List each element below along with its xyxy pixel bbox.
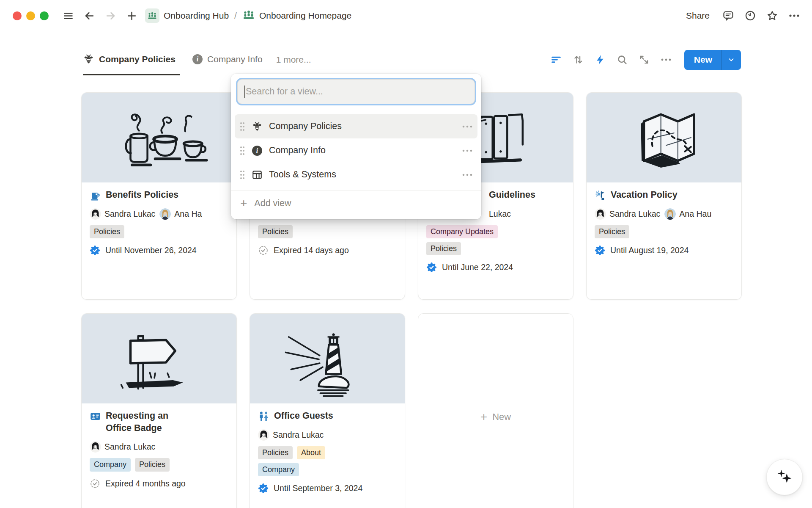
tag-company: Company [90,458,131,471]
treasure-map-illustration [598,97,730,178]
expand-arrows-icon [638,54,650,66]
view-option-company-policies[interactable]: Company Policies [235,114,477,138]
person-name: Ana Ha [174,209,202,219]
card-cover [82,314,236,403]
add-view-label: Add view [254,198,291,209]
card-cover [82,93,236,182]
ellipsis-icon [462,124,473,129]
card-benefits-policies[interactable]: Benefits Policies Sandra Lukac Ana Ha Po… [81,92,237,300]
info-icon: i [252,145,263,156]
drag-handle[interactable] [239,169,245,180]
favorite-button[interactable] [764,7,781,24]
drag-handle[interactable] [239,121,245,132]
breadcrumb-hub-label: Onboarding Hub [164,11,229,21]
verified-date-icon [90,245,100,256]
homepage-page-icon [242,8,255,23]
automations-button[interactable] [591,51,609,69]
new-button-dropdown[interactable] [721,50,741,70]
verified-date-icon [258,483,269,494]
tab-label: Company Policies [99,54,176,64]
ellipsis-icon [462,149,473,153]
tag-policies: Policies [595,225,629,238]
breadcrumb-onboarding-hub[interactable]: Onboarding Hub [145,8,229,23]
plus-icon: + [240,196,247,210]
forward-button[interactable] [102,7,119,24]
date-label: Expired 4 months ago [105,479,186,489]
tab-company-info[interactable]: i Company Info [192,44,263,75]
avatar [258,429,269,441]
back-button[interactable] [81,7,98,24]
add-view-button[interactable]: + Add view [231,191,481,215]
share-button[interactable]: Share [686,11,710,21]
person-sandra-lukac: Sandra Lukac [258,429,324,441]
hub-page-icon [145,8,159,23]
tag-policies: Policies [135,458,170,471]
bee-icon [83,53,94,65]
new-card-label: New [492,411,511,422]
new-button[interactable]: New [684,50,721,70]
expired-date-icon [90,478,100,489]
filter-icon [550,54,562,66]
person-sandra-lukac: Sandra Lukac [90,208,155,220]
back-arrow-icon [84,10,95,22]
view-option-more-button[interactable] [462,149,473,153]
tab-company-policies[interactable]: Company Policies [83,44,180,75]
more-views-button[interactable]: 1 more... [276,55,311,65]
breadcrumb-separator: / [233,11,238,21]
ellipsis-icon [661,58,672,62]
drag-handle[interactable] [239,145,245,156]
view-option-label: Company Policies [269,121,342,132]
search-icon [616,54,628,66]
card-cover [250,314,405,403]
verified-date-icon [595,245,605,256]
person-name: Sandra Lukac [273,430,324,440]
view-option-company-info[interactable]: i Company Info [235,138,477,163]
window-topbar: Onboarding Hub / Onboarding Homepage Sha… [0,0,812,31]
page-more-button[interactable] [786,7,803,24]
card-title: Office Guests [274,410,333,422]
view-option-label: Tools & Systems [269,169,336,180]
avatar [595,208,606,220]
ellipsis-icon [462,173,473,177]
text-caret [244,86,245,98]
tag-policies: Policies [258,446,293,459]
updates-button[interactable] [742,7,759,24]
view-search-input[interactable] [237,79,475,104]
new-page-button[interactable] [123,7,140,24]
expand-view-button[interactable] [635,51,653,69]
avatar [90,208,101,220]
forward-arrow-icon [105,10,116,22]
ellipsis-icon [788,14,800,18]
minimize-window-button[interactable] [26,11,35,20]
card-office-guests[interactable]: Office Guests Sandra Lukac Policies Abou… [250,313,405,508]
card-title: Vacation Policy [611,189,678,201]
view-options-button[interactable] [657,51,675,69]
chevron-down-icon [727,56,735,64]
date-label: Until September 3, 2024 [274,483,362,493]
notion-ai-button[interactable] [766,459,803,495]
filter-button[interactable] [547,51,565,69]
card-vacation-policy[interactable]: Vacation Policy Sandra Lukac Ana Hau Pol… [586,92,742,300]
tag-policies: Policies [90,225,124,238]
new-card-button[interactable]: + New [418,313,573,508]
comments-button[interactable] [720,7,737,24]
sort-button[interactable] [569,51,587,69]
search-view-button[interactable] [613,51,631,69]
clock-icon [744,10,756,22]
breadcrumb-onboarding-homepage[interactable]: Onboarding Homepage [242,8,351,23]
zoom-window-button[interactable] [40,11,49,20]
tab-label: Company Info [207,54,263,64]
avatar [159,208,171,220]
sparkles-icon [774,466,796,488]
breadcrumb-page-label: Onboarding Homepage [259,11,351,21]
person-ana: Ana Ha [159,208,202,220]
view-option-tools-systems[interactable]: Tools & Systems [235,163,477,187]
card-requesting-office-badge[interactable]: Requesting an Office Badge Sandra Lukac … [81,313,237,508]
plus-icon: + [480,410,487,424]
card-title: Guidelines [489,189,535,201]
view-option-more-button[interactable] [462,173,473,177]
sidebar-menu-button[interactable] [60,7,77,24]
close-window-button[interactable] [13,11,22,20]
tag-policies: Policies [426,242,461,255]
view-option-more-button[interactable] [462,124,473,129]
